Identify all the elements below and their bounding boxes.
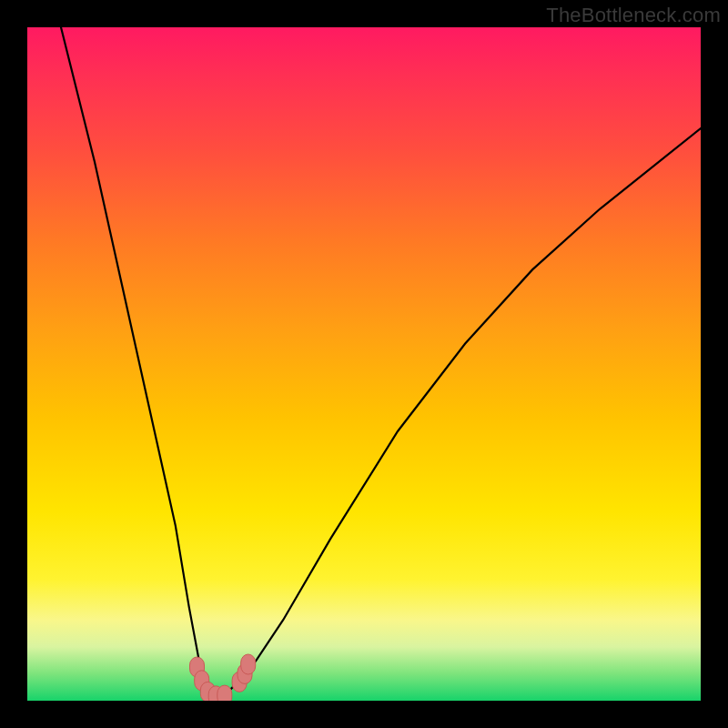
bottleneck-curve: [61, 27, 701, 697]
curve-markers: [190, 654, 256, 701]
curve-marker: [241, 654, 256, 674]
plot-area: [27, 27, 701, 701]
curve-marker: [217, 685, 232, 701]
curve-layer: [27, 27, 701, 701]
chart-frame: TheBottleneck.com: [0, 0, 728, 728]
watermark-text: TheBottleneck.com: [546, 4, 721, 27]
